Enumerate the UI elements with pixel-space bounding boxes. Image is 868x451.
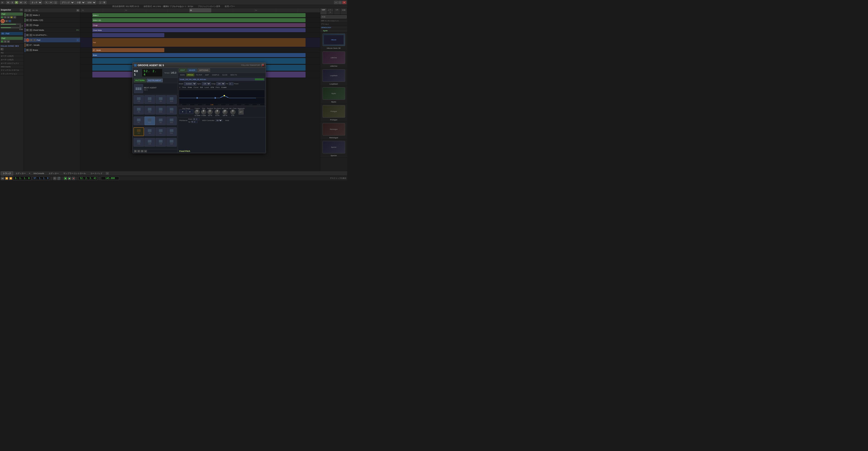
track-wubs2[interactable]: M S Wubs 2 [24,13,80,18]
tab-cr[interactable]: CR [334,8,341,15]
btn-w[interactable]: W [19,1,23,4]
track-mute-brass[interactable]: M [26,49,29,51]
ga-pad-d7s[interactable]: G#1 [166,116,177,125]
ga-pad-sel3[interactable]: E1 [155,128,166,136]
ga-pad-sel1[interactable]: C1 [133,128,144,136]
pencil-btn[interactable]: ✏ [49,1,53,4]
ga-ctrl-btn2[interactable]: ⊖ [137,150,140,152]
tab-media[interactable]: メディア [327,8,334,15]
ga-key-range-low[interactable]: ▶ [179,110,186,114]
ga-tab-main[interactable]: MAIN [179,74,186,76]
ga-vel-time-knob[interactable] [230,110,236,114]
ga-tab-slice[interactable]: SLICE [221,74,229,76]
tab-editor2[interactable]: エディター [46,171,61,176]
transport-record[interactable]: ● [72,177,75,180]
track-solo-wubs2d[interactable]: S [29,19,32,21]
tab-compare[interactable]: 比較 [340,8,347,15]
ga-key-range-high[interactable]: ▶ [186,110,193,114]
ga-pitchbend-up-input[interactable] [191,120,197,123]
tab-editor1[interactable]: エディター [13,171,28,176]
track-chugs[interactable]: M S Chugs [24,23,80,28]
grid-dropdown[interactable]: グリッド [60,1,74,4]
track-vocals[interactable]: M 07 - Vocals [24,43,80,48]
transport-cycle-btn[interactable]: ⟳ [53,177,56,180]
ga-pad-d8s[interactable]: Ant1 [166,106,177,114]
ga-pad-btm4[interactable]: Cnt [166,138,177,147]
clip-pad[interactable]: Pad [92,38,306,47]
insp-input-btn[interactable]: I [8,20,11,22]
transport-stop[interactable]: ■ [64,177,67,180]
transport-ff[interactable]: ⏩ [9,177,12,180]
ga-midi-ctrl-select[interactable]: Off [215,119,222,122]
track-wubs2d[interactable]: M S Wubs 2 (D) [24,18,80,23]
inspector-volume-fader[interactable] [1,24,21,25]
ga-pad-btm2[interactable]: Cnt [145,138,155,147]
cursor-btn[interactable]: ↖ [44,1,49,4]
transport-rewind[interactable]: ⏮ [1,177,4,180]
bar-dropdown[interactable]: 小節 [75,1,85,4]
insp-pad-w[interactable]: W [7,40,10,43]
track-solo-wubs2[interactable]: S [29,14,32,16]
insp-write-btn[interactable]: W [7,16,10,18]
ga-pad-d7[interactable]: G1 [155,116,166,125]
ga-vel-lev-knob[interactable] [222,110,227,114]
ga-ctrl-btn1[interactable]: ⊕ [134,150,137,152]
ga-pad-btm3[interactable]: Cnt [155,138,166,147]
ga-pad-sel2[interactable]: D1 [145,128,155,136]
ga-random-knob[interactable] [208,110,213,114]
clip-wubs2[interactable]: Wubs 2 [92,13,306,17]
track-solo-ins1[interactable]: S [29,34,32,36]
tab-vst[interactable]: VST [320,8,327,15]
ga-pad-d8[interactable]: Ant1 [155,106,166,114]
clip-ins1[interactable] [92,33,164,37]
track-mute-chugs[interactable]: M [26,24,29,26]
add-track-btn[interactable]: + [25,9,27,11]
insp-pad-power[interactable]: E [1,40,3,43]
ga-env-amt-knob[interactable] [215,110,220,114]
ga-fine-knob[interactable] [201,110,206,114]
insp-record-btn[interactable]: ● [1,19,5,23]
ga-mixer-btn[interactable]: MIXER [187,68,197,72]
vst-retrologue[interactable]: Retrologue Retrologue [320,122,347,140]
track-filter-btn[interactable]: ≡ [28,9,31,11]
ga-ctrl-btn4[interactable]: ≡ [144,150,147,152]
window-min[interactable]: ─ [334,1,338,4]
insp-pad-r[interactable]: R [4,40,6,43]
ga-edit-btn[interactable]: EDIT [179,68,187,72]
vst-halion-sonic-se[interactable]: HALion HALion Sonic SE [320,32,347,50]
tab-mixconsole[interactable]: MixConsole [31,172,46,175]
snap-dropdown[interactable]: タッチ [30,1,42,4]
ga-close-btn[interactable]: ✕ [261,64,265,67]
ga-sync-select[interactable]: Off [202,82,211,85]
ga-pattern-btn[interactable]: PATTERN [134,79,146,82]
vst-loopmash[interactable]: LoopMash LoopMash [320,68,347,86]
insp-mute-btn[interactable]: M [10,16,13,18]
ga-pad-d9s[interactable]: D#9 [166,95,177,104]
inspector-pan-fader[interactable] [1,27,21,28]
clip-chord-wubs[interactable]: Chord Wubs [92,28,306,32]
ga-pad-c9[interactable]: C9 [133,95,144,104]
inspector-visibility-btn[interactable]: V [20,9,23,11]
track-zoom-btn[interactable]: ⊞ [76,9,79,11]
ga-pitch-graph[interactable]: 3.00 0.10 0.20 0.30 0.00 0.10 0.20 0.30 … [179,90,265,106]
track-solo-chord[interactable]: S [29,29,32,31]
tab-editor1-close[interactable]: ✕ [28,172,31,174]
timeline-ruler[interactable]: 51 52 53 54 [80,8,320,13]
ga-coarse-knob[interactable] [195,110,199,114]
track-mute-ins1[interactable]: M [26,34,29,36]
ga-pad-sel4[interactable]: F#1 [166,128,177,136]
btn-r[interactable]: R [15,1,19,4]
clip-vocals[interactable]: 07 - Vocals [92,48,164,52]
track-mute-chord[interactable]: M [26,29,29,31]
track-pad-inst-btn[interactable]: e [76,39,79,41]
ga-tab-filter[interactable]: FILTER [195,74,204,76]
ga-options-btn[interactable]: OPTIONS [197,68,210,72]
vst-mystic[interactable]: Mystic Mystic [320,86,347,104]
tab-track[interactable]: トラック [1,171,13,176]
track-pad[interactable]: ● M S Pad e [24,38,80,43]
btn-a[interactable]: A [24,1,27,4]
clip-brass[interactable]: Brass [92,53,306,57]
quant-dropdown[interactable]: 1/16 [86,1,96,4]
insp-solo-btn[interactable]: S [13,16,16,18]
ga-instrument-btn[interactable]: INSTRUMENT [147,79,163,82]
